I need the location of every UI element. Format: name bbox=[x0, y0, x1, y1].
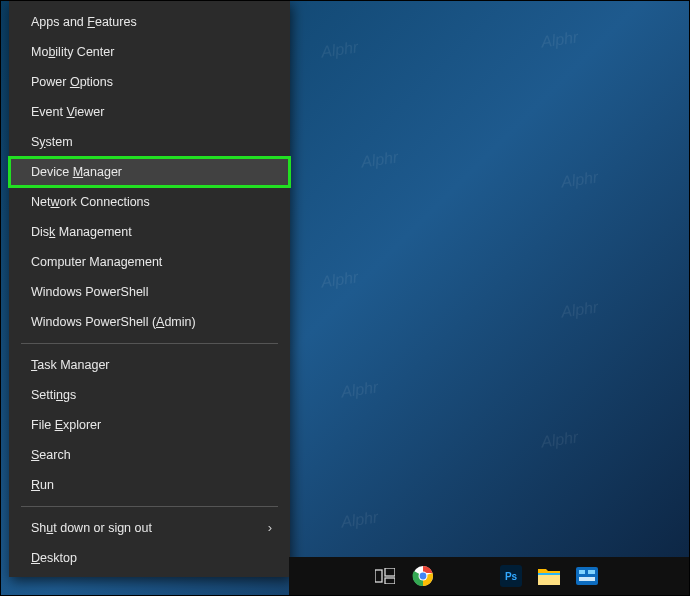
menu-item-shutdown-signout[interactable]: Shut down or sign out › bbox=[9, 513, 290, 543]
menu-item-label: Run bbox=[31, 478, 54, 492]
menu-item-powershell-admin[interactable]: Windows PowerShell (Admin) bbox=[9, 307, 290, 337]
taskbar: Ps bbox=[289, 557, 689, 595]
svg-text:Ps: Ps bbox=[505, 571, 518, 582]
menu-item-label: Search bbox=[31, 448, 71, 462]
menu-item-label: Windows PowerShell bbox=[31, 285, 148, 299]
menu-item-label: Disk Management bbox=[31, 225, 132, 239]
menu-item-task-manager[interactable]: Task Manager bbox=[9, 350, 290, 380]
menu-item-label: Event Viewer bbox=[31, 105, 104, 119]
svg-rect-0 bbox=[375, 570, 382, 582]
menu-item-file-explorer[interactable]: File Explorer bbox=[9, 410, 290, 440]
control-panel-icon[interactable] bbox=[575, 564, 599, 588]
menu-item-apps-features[interactable]: Apps and Features bbox=[9, 7, 290, 37]
menu-item-label: Computer Management bbox=[31, 255, 162, 269]
menu-separator bbox=[21, 506, 278, 507]
winx-context-menu: Apps and Features Mobility Center Power … bbox=[9, 1, 290, 577]
menu-item-run[interactable]: Run bbox=[9, 470, 290, 500]
svg-rect-11 bbox=[579, 570, 585, 574]
menu-item-settings[interactable]: Settings bbox=[9, 380, 290, 410]
menu-item-label: File Explorer bbox=[31, 418, 101, 432]
chevron-right-icon: › bbox=[268, 521, 272, 535]
menu-item-computer-management[interactable]: Computer Management bbox=[9, 247, 290, 277]
svg-point-5 bbox=[420, 573, 427, 580]
svg-rect-10 bbox=[576, 567, 598, 585]
menu-item-label: Apps and Features bbox=[31, 15, 137, 29]
svg-rect-13 bbox=[579, 577, 595, 581]
menu-item-label: Mobility Center bbox=[31, 45, 114, 59]
menu-item-disk-management[interactable]: Disk Management bbox=[9, 217, 290, 247]
menu-item-powershell[interactable]: Windows PowerShell bbox=[9, 277, 290, 307]
svg-rect-12 bbox=[588, 570, 595, 574]
menu-item-label: Network Connections bbox=[31, 195, 150, 209]
svg-rect-2 bbox=[385, 578, 395, 584]
menu-item-desktop[interactable]: Desktop bbox=[9, 543, 290, 573]
menu-item-system[interactable]: System bbox=[9, 127, 290, 157]
menu-item-event-viewer[interactable]: Event Viewer bbox=[9, 97, 290, 127]
svg-rect-9 bbox=[538, 573, 560, 575]
menu-separator bbox=[21, 343, 278, 344]
menu-item-network-connections[interactable]: Network Connections bbox=[9, 187, 290, 217]
menu-item-mobility-center[interactable]: Mobility Center bbox=[9, 37, 290, 67]
menu-item-power-options[interactable]: Power Options bbox=[9, 67, 290, 97]
menu-item-device-manager[interactable]: Device Manager bbox=[9, 157, 290, 187]
chrome-icon[interactable] bbox=[411, 564, 435, 588]
menu-item-label: Shut down or sign out bbox=[31, 521, 152, 535]
menu-item-search[interactable]: Search bbox=[9, 440, 290, 470]
menu-item-label: Windows PowerShell (Admin) bbox=[31, 315, 196, 329]
photoshop-icon[interactable]: Ps bbox=[499, 564, 523, 588]
menu-item-label: Desktop bbox=[31, 551, 77, 565]
taskview-icon[interactable] bbox=[373, 564, 397, 588]
menu-item-label: System bbox=[31, 135, 73, 149]
file-explorer-icon[interactable] bbox=[537, 564, 561, 588]
svg-rect-1 bbox=[385, 568, 395, 576]
menu-item-label: Device Manager bbox=[31, 165, 122, 179]
menu-item-label: Task Manager bbox=[31, 358, 110, 372]
menu-item-label: Power Options bbox=[31, 75, 113, 89]
menu-item-label: Settings bbox=[31, 388, 76, 402]
